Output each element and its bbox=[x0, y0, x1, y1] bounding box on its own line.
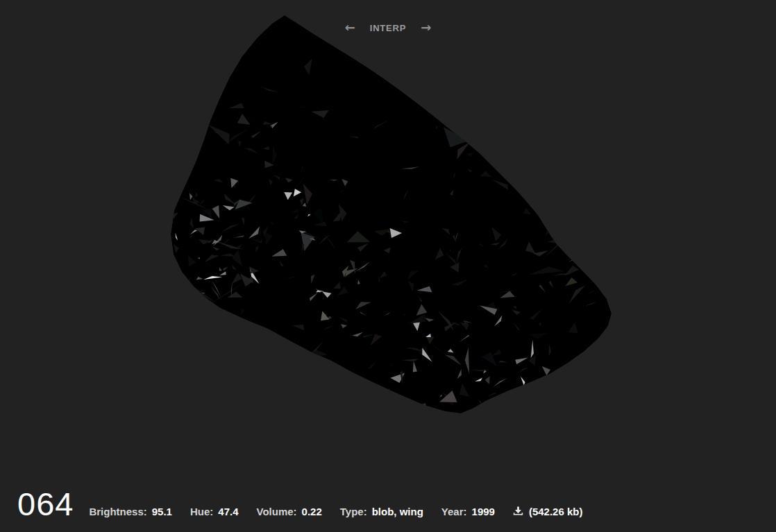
stat-volume: Volume: 0.22 bbox=[257, 506, 322, 517]
viewport-3d[interactable] bbox=[0, 0, 776, 532]
stat-value: 1999 bbox=[472, 506, 495, 517]
stat-value: blob, wing bbox=[372, 506, 423, 517]
stat-label: Brightness: bbox=[89, 506, 146, 517]
stat-value: 0.22 bbox=[302, 506, 322, 517]
download-link[interactable]: (542.26 kb) bbox=[513, 505, 583, 517]
stat-type: Type: blob, wing bbox=[340, 506, 423, 517]
download-icon bbox=[513, 506, 523, 517]
stat-value: 47.4 bbox=[218, 506, 238, 517]
stat-label: Volume: bbox=[257, 506, 297, 517]
mesh-svg bbox=[0, 0, 776, 532]
stat-value: 95.1 bbox=[152, 506, 172, 517]
stat-hue: Hue: 47.4 bbox=[190, 506, 239, 517]
stat-label: Type: bbox=[340, 506, 367, 517]
interp-label: INTERP bbox=[370, 24, 406, 33]
model-id: 064 bbox=[17, 488, 74, 520]
prev-arrow-icon[interactable]: ← bbox=[342, 20, 358, 35]
download-size-label: (542.26 kb) bbox=[529, 506, 583, 517]
stat-label: Hue: bbox=[190, 506, 213, 517]
interp-nav: ← INTERP → bbox=[0, 20, 776, 35]
info-bar: 064 Brightness: 95.1 Hue: 47.4 Volume: 0… bbox=[0, 488, 776, 532]
stat-brightness: Brightness: 95.1 bbox=[89, 506, 172, 517]
stat-year: Year: 1999 bbox=[441, 506, 495, 517]
next-arrow-icon[interactable]: → bbox=[418, 20, 434, 35]
stats-row: Brightness: 95.1 Hue: 47.4 Volume: 0.22 … bbox=[89, 505, 582, 517]
app-stage: ← INTERP → 064 Brightness: 95.1 Hue: 47.… bbox=[0, 0, 776, 532]
stat-label: Year: bbox=[441, 506, 467, 517]
